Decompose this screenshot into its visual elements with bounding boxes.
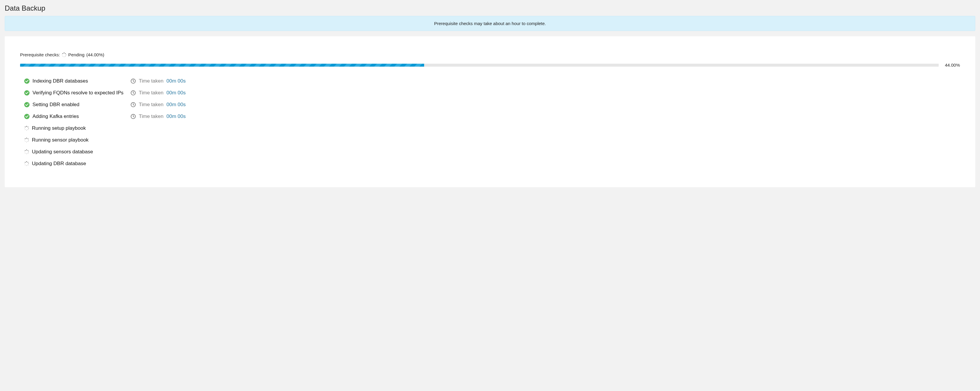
time-taken-value: 00m 00s xyxy=(166,102,186,108)
check-row: Adding Kafka entriesTime taken00m 00s xyxy=(24,114,960,119)
check-row: Running sensor playbook xyxy=(24,137,960,143)
check-label-group: Running setup playbook xyxy=(24,125,130,131)
status-line: Prerequisite checks: Pending (44.00%) xyxy=(20,52,960,57)
time-taken-value: 00m 00s xyxy=(166,90,186,96)
check-name: Adding Kafka entries xyxy=(32,114,79,119)
check-time-group: Time taken00m 00s xyxy=(130,78,186,84)
check-name: Updating sensors database xyxy=(32,149,93,155)
check-time-group: Time taken00m 00s xyxy=(130,114,186,119)
check-success-icon xyxy=(24,114,30,119)
prerequisite-checks-card: Prerequisite checks: Pending (44.00%) 44… xyxy=(5,36,975,187)
spinner-icon xyxy=(62,52,67,57)
check-row: Setting DBR enabledTime taken00m 00s xyxy=(24,102,960,108)
check-row: Updating DBR database xyxy=(24,161,960,166)
clock-icon xyxy=(130,78,136,84)
check-row: Indexing DBR databasesTime taken00m 00s xyxy=(24,78,960,84)
time-taken-label: Time taken xyxy=(139,78,163,84)
check-time-group: Time taken00m 00s xyxy=(130,102,186,108)
check-name: Updating DBR database xyxy=(32,161,86,166)
status-state: Pending xyxy=(68,52,84,57)
check-name: Setting DBR enabled xyxy=(32,102,80,108)
check-time-group: Time taken00m 00s xyxy=(130,90,186,96)
check-label-group: Setting DBR enabled xyxy=(24,102,130,108)
time-taken-label: Time taken xyxy=(139,102,163,108)
check-label-group: Adding Kafka entries xyxy=(24,114,130,119)
check-success-icon xyxy=(24,90,30,95)
check-label-group: Updating DBR database xyxy=(24,161,130,166)
check-label-group: Indexing DBR databases xyxy=(24,78,130,84)
time-taken-label: Time taken xyxy=(139,90,163,96)
spinner-icon xyxy=(24,126,29,131)
check-row: Verifying FQDNs resolve to expected IPsT… xyxy=(24,90,960,96)
check-name: Running setup playbook xyxy=(32,125,86,131)
check-name: Verifying FQDNs resolve to expected IPs xyxy=(32,90,124,96)
progress-bar xyxy=(20,64,939,66)
spinner-icon xyxy=(24,138,29,142)
progress-row: 44.00% xyxy=(20,63,960,68)
time-taken-value: 00m 00s xyxy=(166,78,186,84)
check-label-group: Updating sensors database xyxy=(24,149,130,155)
spinner-icon xyxy=(24,161,29,166)
check-name: Indexing DBR databases xyxy=(32,78,88,84)
check-label-group: Running sensor playbook xyxy=(24,137,130,143)
status-prefix: Prerequisite checks: xyxy=(20,52,60,57)
progress-fill xyxy=(20,64,424,66)
data-backup-page: Data Backup Prerequisite checks may take… xyxy=(0,0,980,194)
check-row: Updating sensors database xyxy=(24,149,960,155)
checks-list: Indexing DBR databasesTime taken00m 00sV… xyxy=(20,78,960,166)
clock-icon xyxy=(130,90,136,95)
info-banner: Prerequisite checks may take about an ho… xyxy=(5,16,975,31)
clock-icon xyxy=(130,102,136,107)
check-success-icon xyxy=(24,102,30,107)
check-label-group: Verifying FQDNs resolve to expected IPs xyxy=(24,90,130,96)
time-taken-value: 00m 00s xyxy=(166,114,186,119)
check-name: Running sensor playbook xyxy=(32,137,89,143)
page-title: Data Backup xyxy=(5,4,975,13)
check-success-icon xyxy=(24,78,30,84)
status-percent-inline: (44.00%) xyxy=(86,52,104,57)
progress-percent: 44.00% xyxy=(942,63,960,68)
clock-icon xyxy=(130,114,136,119)
spinner-icon xyxy=(24,149,29,154)
time-taken-label: Time taken xyxy=(139,114,163,119)
check-row: Running setup playbook xyxy=(24,125,960,131)
